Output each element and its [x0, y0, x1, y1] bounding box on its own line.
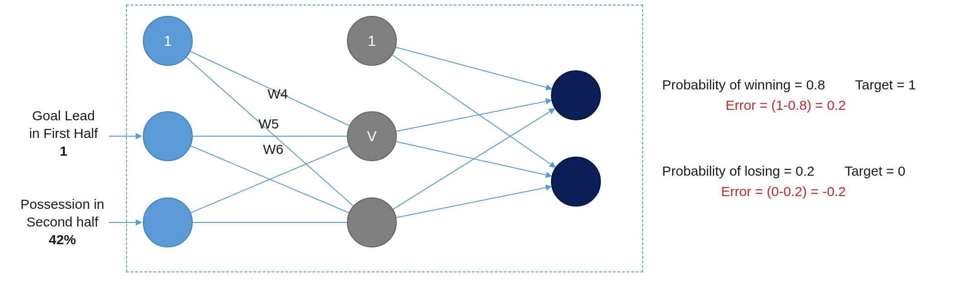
input-goal-lead-line2: in First Half — [29, 126, 98, 141]
input-possession-line1: Possession in — [20, 197, 104, 212]
weight-w6-label: W6 — [263, 142, 283, 157]
node-hidden-3 — [347, 197, 397, 247]
node-hidden-bias-label: 1 — [368, 33, 376, 49]
input-label-possession: Possession in Second half 42% — [11, 195, 113, 248]
node-input-possession — [143, 197, 193, 247]
input-possession-line2: Second half — [26, 214, 98, 229]
node-input-goal-lead — [143, 111, 193, 161]
output-lose-error: Error = (0-0.2) = -0.2 — [721, 184, 846, 199]
output-lose-row: Probability of losing = 0.2 Target = 0 — [662, 163, 905, 179]
node-output-lose — [551, 157, 601, 207]
weight-w5-label: W5 — [258, 116, 279, 132]
input-possession-value: 42% — [49, 232, 76, 247]
weight-w4-label: W4 — [268, 86, 288, 102]
output-win-prob: Probability of winning = 0.8 — [662, 77, 825, 92]
output-lose-prob: Probability of losing = 0.2 — [662, 163, 814, 178]
output-win-error: Error = (1-0.8) = 0.2 — [726, 98, 846, 113]
output-win-target: Target = 1 — [855, 77, 916, 92]
output-lose-target: Target = 0 — [844, 163, 905, 178]
input-goal-lead-line1: Goal Lead — [32, 108, 95, 123]
node-input-bias-label: 1 — [164, 33, 172, 49]
node-hidden-v-label: V — [367, 128, 376, 145]
input-goal-lead-value: 1 — [60, 143, 68, 158]
output-win-row: Probability of winning = 0.8 Target = 1 — [662, 77, 916, 93]
input-label-goal-lead: Goal Lead in First Half 1 — [16, 107, 111, 160]
node-output-win — [551, 70, 601, 120]
nn-diagram: 1 1 V W4 W5 W6 Goal Lead in First Half 1… — [0, 0, 980, 281]
